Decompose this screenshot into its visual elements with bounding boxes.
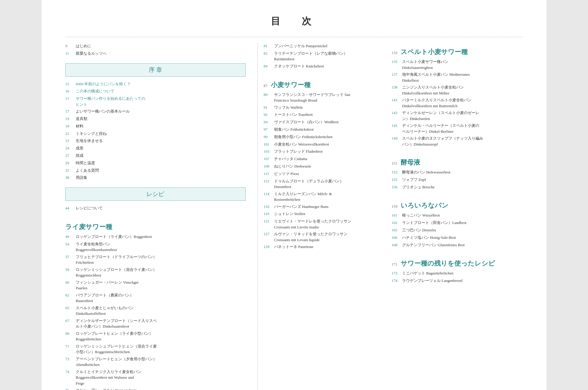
page-num: 71 <box>65 343 76 350</box>
entry-text: ディンケル・ベルリーナー（スペルト小麦のベルリーナー）Dinkel-Berlin… <box>402 123 479 134</box>
entry-text: スペルト小麦サワー種パンDinkelsauerteigbrot <box>402 59 448 70</box>
entry-text: スペルト小麦とじゃがいものパンDinkelkartoffelbrot <box>76 305 134 317</box>
entry-text: レシピについて <box>76 205 103 211</box>
left-panel: 9 はじめに 11 親愛なるルッツへ 序 章 15 6000 年前のようにパンを… <box>65 43 257 390</box>
section-header-yeast: 151 酵母液 <box>392 158 523 167</box>
right-panel: 81 プンパーニッケル Pumpernickel 82 ラリテーテンブロート（レ… <box>257 43 523 390</box>
content-area: 9 はじめに 11 親愛なるルッツへ 序 章 15 6000 年前のようにパンを… <box>65 43 523 390</box>
page-num: 74 <box>65 369 76 375</box>
section-header-rye: ライ麦サワー種 <box>65 222 246 231</box>
page-num: 73 <box>65 356 76 362</box>
list-item: 22 ミキシングと捏ね <box>65 131 246 137</box>
page-num: 49 <box>65 234 76 240</box>
entry-text: クネッケブロート Knäckebrot <box>274 63 324 69</box>
entry-text: フィンシュガー・パーレン VinschgerPaarlen <box>76 280 139 291</box>
various-toc: 161 根っこパン Wurzelbrot 162 ラントブロート（田舎パン）La… <box>392 212 523 248</box>
page-num: 129 <box>264 244 274 250</box>
page-num: 97 <box>264 127 274 133</box>
entry-text: シュトレン Stollen <box>274 211 305 217</box>
page-num: 162 <box>392 220 402 226</box>
list-item: 103 フラットブレッド Fladenbrot <box>264 149 383 155</box>
list-item: 101 小麦全粒パン Weizenvollkornbrot <box>264 141 383 148</box>
page-num: 11 <box>65 50 76 57</box>
page-num: 62 <box>65 292 76 299</box>
entry-text: ルヴァン・リキッドを使ったクロワッサンCroissants mit Levain… <box>274 231 347 243</box>
entry-text: 朝食用小型パン Frühstücksbrötchen <box>274 134 333 140</box>
list-item: 29 時間と温度 <box>65 160 246 166</box>
entry-text: バーガーバンズ Hamburger Buns <box>274 204 328 210</box>
list-item: 17 よいサワー種パンの基本ルール <box>65 108 246 115</box>
page-num: 112 <box>264 178 274 184</box>
entry-text: サワー種パン作りを始めるにあたってのヒント <box>76 96 145 107</box>
list-item: 67 ディンケルザーテンブロート（シード入りスペルト小麦パン）Dinkelsaa… <box>65 318 246 329</box>
list-item: 156 ブリオシュ Brioche <box>392 184 523 190</box>
list-item: 84 クネッケブロート Knäckebrot <box>264 63 383 70</box>
list-item: 23 生地を休ませる <box>65 138 246 144</box>
entry-text: ハチミツ塩パン Honig-Salz-Brot <box>402 235 456 241</box>
right-col-1: 81 プンパーニッケル Pumpernickel 82 ラリテーテンブロート（レ… <box>264 43 383 285</box>
list-item: 68 ロッゲンプレートヒェン（ライ麦小型パン）Roggenbrötchen <box>65 331 246 342</box>
list-item: 162 ラントブロート（田舎パン）Landbrot <box>392 220 523 226</box>
page-num: 101 <box>264 141 274 148</box>
page-num: 44 <box>65 205 76 211</box>
list-item: 54 ライ麦全粒角型パンRoggenvollkornkastenbrot <box>65 241 246 253</box>
list-item: 74 クルミとイチジク入りライ麦全粒パンRoggenvollkornbrot m… <box>65 369 246 386</box>
entry-text: ロッゲンミッシュプレートヒェン（混合ライ麦小型パン）Roggenmischbrö… <box>76 343 157 355</box>
entry-text: ラントブロート（田舎パン）Landbrot <box>402 220 467 226</box>
page-num: 94 <box>264 119 274 125</box>
entry-text: バウアンプロート（農家のパン）Bauernbrot <box>76 292 134 304</box>
list-item: 24 成形 <box>65 145 246 151</box>
list-item: 92 トーストパン Toastbrot <box>264 112 383 118</box>
entry-text: 朝食パン Frühstücksbrot <box>274 127 314 132</box>
entry-text: ヴァイスブロート（白パン）Weißbrot <box>274 119 339 125</box>
entry-text: ミルク入りレーズンパン Milch- &Rosinenbrötchen <box>274 191 332 203</box>
page-num: 29 <box>65 160 76 166</box>
list-item: 19 道具類 <box>65 116 246 122</box>
list-item: 149 スペルト小麦のヌスツォプフ（ナッツ入り編みパン）Dinkelnusszo… <box>392 135 523 147</box>
entry-text: ロッゲンミッシュブロート（混合ライ麦パン）Roggemischbrot <box>76 267 157 278</box>
entry-text: ディンケルザーテンブロート（シード入りスペルト小麦パン）Dinkelsaaten… <box>76 318 157 329</box>
list-item: 27 焼成 <box>65 153 246 159</box>
list-item: 71 ロッゲンミッシュプレートヒェン（混合ライ麦小型パン）Roggenmisch… <box>65 343 246 355</box>
list-item: 38 用語集 <box>65 175 246 181</box>
entry-text: クルミとイチジク入りライ麦全粒パンRoggenvollkornbrot mit … <box>76 369 141 386</box>
list-item: 107 チャバッタ Ciabatta <box>264 156 383 162</box>
page-num: 27 <box>65 153 76 159</box>
entry-text: コルン・アン・コルン Korn an Korn <box>76 387 137 390</box>
page-num: 108 <box>264 163 274 170</box>
page-num: 142 <box>392 110 402 116</box>
entry-text: アーベントプレートヒェン（夕食用小型パン）Abendbrötchen <box>76 356 157 368</box>
entry-text: ニンジン入りスペルト小麦全粒パンDinkelvollkornbrot mit M… <box>402 84 464 96</box>
entry-text: ブリオシュ Brioche <box>402 184 434 190</box>
page-num: 135 <box>392 59 402 65</box>
list-item: 19 材料 <box>65 123 246 130</box>
list-item: 89 サンフランシスコ・サワードウブレッド SanFrancisco Sourd… <box>264 92 383 103</box>
entry-text: 親愛なるルッツへ <box>76 50 107 56</box>
page-num: 32 <box>65 168 76 174</box>
list-item: 97 朝食パン Frühstücksbrot <box>264 127 383 133</box>
page-num: 156 <box>392 184 402 190</box>
entry-text: 地中海風スペルト小麦パン MediterranesDinkelbrot <box>402 72 470 83</box>
entry-text: プンパーニッケル Pumpernickel <box>274 43 327 49</box>
page-num: 89 <box>264 92 274 98</box>
list-item: 11 親愛なるルッツへ <box>65 50 246 57</box>
page-num: 145 <box>392 123 402 129</box>
list-item: 137 地中海風スペルト小麦パン MediterranesDinkelbrot <box>392 72 523 83</box>
list-item: 174 ラウゲンブレーツェル Laugenbrezel <box>392 278 523 284</box>
section-box-intro: 序 章 <box>65 63 246 77</box>
entry-text: ワッフル Waffeln <box>274 105 303 110</box>
page-num: 166 <box>392 235 402 241</box>
section-header-leftover: 171 サワー種の残りを使ったレシピ <box>392 259 523 268</box>
page-num: 60 <box>65 280 76 286</box>
intro-toc: 15 6000 年前のようにパンを焼く？ 16 この本の構成について 17 サワ… <box>65 81 246 181</box>
list-item: 142 ディンケルゼーレン（スペルト小麦のゼーレン）Dinkelseelen <box>392 110 523 121</box>
list-item: 32 よくある質問 <box>65 168 246 174</box>
list-item: 9 はじめに <box>65 43 246 49</box>
list-item: 127 ルヴァン・リキッドを使ったクロワッサンCroissants mit Le… <box>264 231 383 243</box>
entry-text: ドゥルムブロート（デュラム小麦パン）Durumbrot <box>274 178 344 190</box>
entry-text: はじめに <box>76 43 91 49</box>
page-num: 38 <box>65 175 76 181</box>
page-num: 161 <box>392 212 402 219</box>
page-num: 22 <box>65 131 76 137</box>
list-item: 138 ニンジン入りスペルト小麦全粒パンDinkelvollkornbrot m… <box>392 84 523 96</box>
